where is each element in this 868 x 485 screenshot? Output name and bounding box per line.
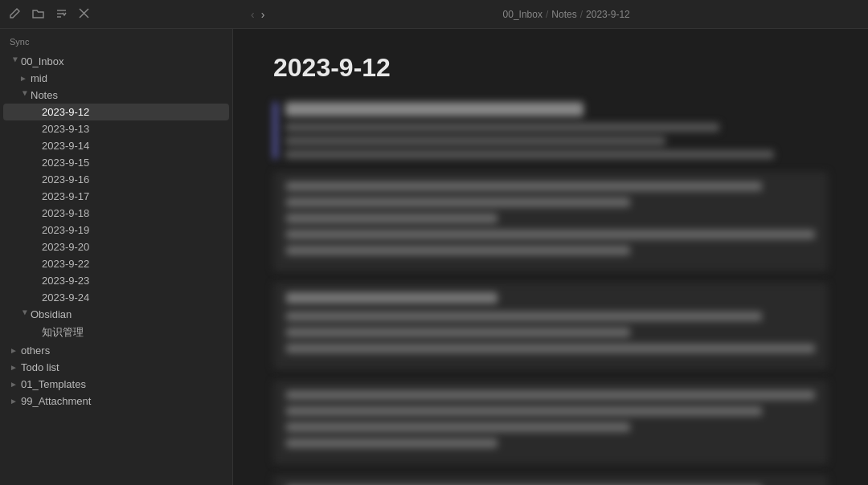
breadcrumb-notes: Notes [551, 9, 576, 20]
sidebar-item-2023-9-20[interactable]: 2023-9-20 [3, 238, 229, 255]
sidebar-item-label: Todo list [21, 361, 223, 373]
sidebar-item-others[interactable]: ► others [3, 342, 229, 359]
toolbar-left [6, 5, 240, 24]
note-content[interactable]: 2023-9-12 [233, 29, 868, 485]
arrow-icon: ► [21, 90, 30, 101]
note-block-2 [273, 172, 828, 271]
sidebar-item-2023-9-12[interactable]: 2023-9-12 [3, 104, 229, 120]
sidebar-item-obsidian[interactable]: ► Obsidian [3, 306, 229, 323]
note-title: 2023-9-12 [273, 53, 828, 83]
sidebar-item-label: 2023-9-15 [42, 157, 223, 169]
sidebar-item-label: 00_Inbox [21, 55, 223, 67]
sidebar-item-mid[interactable]: ► mid [3, 70, 229, 87]
sidebar-item-label: 01_Templates [21, 378, 223, 390]
sidebar-item-inbox[interactable]: ► 00_Inbox [3, 53, 229, 70]
sidebar-item-label: 2023-9-22 [42, 258, 223, 270]
sidebar-item-label: 99_Attachment [21, 395, 223, 407]
sidebar-item-2023-9-19[interactable]: 2023-9-19 [3, 222, 229, 238]
sync-label: Sync [0, 34, 232, 53]
sidebar-item-label: Notes [31, 89, 223, 101]
main-layout: Sync ► 00_Inbox ► mid ► Notes 2023-9-12 … [0, 29, 868, 485]
arrow-icon: ► [10, 363, 21, 372]
breadcrumb: 00_Inbox / Notes / 2023-9-12 [271, 9, 862, 20]
sidebar-item-2023-9-13[interactable]: 2023-9-13 [3, 120, 229, 137]
sidebar-item-label: 2023-9-18 [42, 207, 223, 219]
sidebar-item-label: 2023-9-20 [42, 241, 223, 253]
note-block-1 [273, 102, 828, 159]
sidebar-item-label: 知识管理 [42, 325, 223, 340]
sidebar-item-2023-9-17[interactable]: 2023-9-17 [3, 188, 229, 205]
sidebar-item-templates[interactable]: ► 01_Templates [3, 376, 229, 393]
sidebar-item-2023-9-23[interactable]: 2023-9-23 [3, 272, 229, 289]
sidebar-item-label: 2023-9-19 [42, 224, 223, 236]
sidebar-item-label: 2023-9-13 [42, 123, 223, 135]
sidebar-item-2023-9-16[interactable]: 2023-9-16 [3, 171, 229, 188]
breadcrumb-date: 2023-9-12 [586, 9, 630, 20]
accent-bar [273, 102, 277, 159]
note-block-3 [273, 283, 828, 369]
arrow-icon: ► [11, 56, 20, 67]
sidebar-item-2023-9-14[interactable]: 2023-9-14 [3, 137, 229, 154]
arrow-icon: ► [19, 74, 31, 83]
folder-icon[interactable] [30, 5, 47, 24]
sidebar-item-2023-9-18[interactable]: 2023-9-18 [3, 205, 229, 222]
sidebar-item-label: 2023-9-14 [42, 140, 223, 152]
sidebar-item-label: 2023-9-23 [42, 275, 223, 287]
sidebar-item-knowledge[interactable]: 知识管理 [3, 323, 229, 342]
sidebar-item-label: 2023-9-12 [42, 106, 223, 118]
sidebar-item-label: 2023-9-24 [42, 291, 223, 304]
sidebar: Sync ► 00_Inbox ► mid ► Notes 2023-9-12 … [0, 29, 233, 485]
back-button[interactable]: ‹ [251, 8, 255, 21]
sidebar-item-2023-9-24[interactable]: 2023-9-24 [3, 289, 229, 306]
sidebar-item-label: others [21, 344, 223, 357]
breadcrumb-sep1: / [546, 9, 548, 20]
arrow-icon: ► [10, 380, 21, 389]
sidebar-item-notes[interactable]: ► Notes [3, 87, 229, 104]
arrow-icon: ► [21, 309, 30, 320]
edit-icon[interactable] [6, 5, 23, 24]
sidebar-item-label: mid [31, 72, 223, 84]
sidebar-item-2023-9-15[interactable]: 2023-9-15 [3, 154, 229, 171]
sidebar-item-2023-9-22[interactable]: 2023-9-22 [3, 255, 229, 272]
sidebar-item-attachment[interactable]: ► 99_Attachment [3, 393, 229, 410]
top-bar: ‹ › 00_Inbox / Notes / 2023-9-12 [0, 0, 868, 29]
sidebar-item-todo[interactable]: ► Todo list [3, 359, 229, 376]
close-icon[interactable] [76, 6, 92, 23]
forward-button[interactable]: › [261, 8, 265, 21]
sidebar-item-label: 2023-9-17 [42, 190, 223, 202]
sidebar-item-label: 2023-9-16 [42, 173, 223, 185]
nav-controls: ‹ › 00_Inbox / Notes / 2023-9-12 [244, 8, 862, 21]
breadcrumb-inbox: 00_Inbox [503, 9, 542, 20]
arrow-icon: ► [10, 397, 21, 406]
note-block-5 [273, 475, 828, 485]
sort-icon[interactable] [53, 5, 70, 24]
sidebar-item-label: Obsidian [31, 308, 223, 320]
note-block-4 [273, 381, 828, 464]
breadcrumb-sep2: / [580, 9, 583, 20]
block-text [285, 102, 828, 159]
arrow-icon: ► [10, 346, 21, 355]
